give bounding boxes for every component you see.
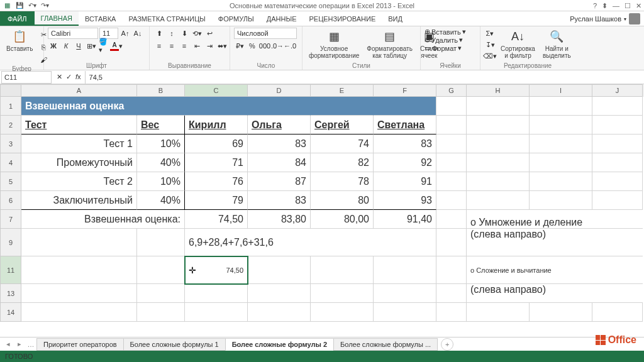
sheet-nav-next[interactable]: ▸ bbox=[14, 339, 25, 350]
paste-button[interactable]: 📋 Вставить bbox=[4, 28, 35, 53]
tab-page-layout[interactable]: РАЗМЕТКА СТРАНИЦЫ bbox=[122, 11, 211, 26]
cell-B6[interactable]: 40% bbox=[137, 191, 185, 210]
cell-F3[interactable]: 83 bbox=[374, 134, 436, 153]
cell-C6[interactable]: 79 bbox=[185, 191, 248, 210]
minimize-icon[interactable]: — bbox=[613, 2, 619, 9]
tab-file[interactable]: ФАЙЛ bbox=[0, 11, 35, 26]
cell-C5[interactable]: 76 bbox=[185, 172, 248, 191]
currency-icon[interactable]: ₽▾ bbox=[234, 40, 245, 52]
cell-C7[interactable]: 74,50 bbox=[185, 210, 248, 229]
wrap-text-icon[interactable]: ↩ bbox=[204, 28, 215, 39]
maximize-icon[interactable]: ☐ bbox=[625, 2, 631, 10]
sheet-tab[interactable]: Более сложные формулы 1 bbox=[123, 338, 226, 351]
row-1[interactable]: 1 bbox=[0, 97, 21, 116]
cell-A1[interactable]: Взвешенная оценка bbox=[21, 97, 137, 116]
cell-H7[interactable]: o Умножение и деление bbox=[467, 210, 643, 229]
cell-D4[interactable]: 84 bbox=[248, 153, 311, 172]
row-5[interactable]: 5 bbox=[0, 172, 21, 191]
percent-icon[interactable]: % bbox=[247, 40, 258, 52]
comma-icon[interactable]: 000 bbox=[259, 40, 270, 52]
cell-H13[interactable]: (слева направо) bbox=[467, 284, 643, 303]
insert-cells-button[interactable]: ⊕Вставить▾ bbox=[425, 28, 466, 36]
cell-E3[interactable]: 74 bbox=[311, 134, 374, 153]
border-icon[interactable]: ⊞▾ bbox=[86, 40, 97, 52]
row-4[interactable]: 4 bbox=[0, 153, 21, 172]
cell-H11[interactable]: o Сложение и вычитание bbox=[467, 256, 643, 284]
col-F[interactable]: F bbox=[374, 84, 436, 97]
cell-F7[interactable]: 91,40 bbox=[374, 210, 436, 229]
redo-icon[interactable]: ↷▾ bbox=[40, 1, 49, 10]
cell-B5[interactable]: 10% bbox=[137, 172, 185, 191]
col-H[interactable]: H bbox=[467, 84, 530, 97]
close-icon[interactable]: ✕ bbox=[636, 2, 641, 10]
cell-A5[interactable]: Тест 2 bbox=[21, 172, 137, 191]
cell-I2[interactable] bbox=[530, 116, 592, 134]
row-9[interactable]: 9 bbox=[0, 229, 21, 256]
align-top-icon[interactable]: ⬆ bbox=[153, 28, 165, 39]
merge-icon[interactable]: ⬌▾ bbox=[216, 40, 228, 52]
cell-D2[interactable]: Ольга bbox=[248, 116, 311, 134]
cell-C4[interactable]: 71 bbox=[185, 153, 248, 172]
cell-C3[interactable]: 69 bbox=[185, 134, 248, 153]
fill-icon[interactable]: ↧▾ bbox=[484, 39, 496, 50]
number-format-combo[interactable]: Числовой bbox=[234, 28, 297, 39]
cell-G2[interactable] bbox=[436, 116, 467, 134]
cell-E2[interactable]: Сергей bbox=[311, 116, 374, 134]
grow-font-icon[interactable]: A↑ bbox=[119, 28, 131, 39]
save-icon[interactable]: 💾 bbox=[15, 1, 24, 10]
cell-J1[interactable] bbox=[592, 97, 643, 116]
delete-cells-button[interactable]: ⊖Удалить▾ bbox=[425, 36, 463, 44]
row-13[interactable]: 13 bbox=[0, 284, 21, 303]
select-all-corner[interactable] bbox=[0, 84, 21, 97]
add-sheet-button[interactable]: + bbox=[441, 338, 453, 351]
sheet-nav-prev[interactable]: ◂ bbox=[3, 339, 14, 350]
ribbon-options-icon[interactable]: ⬍ bbox=[602, 2, 608, 10]
tab-formulas[interactable]: ФОРМУЛЫ bbox=[212, 11, 260, 26]
cell-A6[interactable]: Заключительный bbox=[21, 191, 137, 210]
user-account[interactable]: Руслан Шашков▾ bbox=[570, 11, 640, 26]
cell-B3[interactable]: 10% bbox=[137, 134, 185, 153]
row-6[interactable]: 6 bbox=[0, 191, 21, 210]
col-A[interactable]: A bbox=[21, 84, 137, 97]
col-I[interactable]: I bbox=[530, 84, 592, 97]
cell-C11[interactable]: ✛ 74,50 bbox=[185, 256, 248, 284]
cell-H2[interactable] bbox=[467, 116, 530, 134]
underline-icon[interactable]: Ч bbox=[73, 40, 84, 52]
worksheet-grid[interactable]: A B C D E F G H I J 1 2 3 4 5 6 7 9 11 1… bbox=[0, 84, 644, 323]
format-as-table-button[interactable]: ▤Форматировать как таблицу bbox=[364, 28, 415, 60]
cell-E4[interactable]: 82 bbox=[311, 153, 374, 172]
cell-H1[interactable] bbox=[467, 97, 530, 116]
find-select-button[interactable]: 🔍Найти и выделить bbox=[540, 28, 574, 60]
cell-F4[interactable]: 92 bbox=[374, 153, 436, 172]
autosum-icon[interactable]: Σ▾ bbox=[484, 28, 496, 39]
col-J[interactable]: J bbox=[592, 84, 643, 97]
cell-F2[interactable]: Светлана bbox=[374, 116, 436, 134]
row-14[interactable]: 14 bbox=[0, 303, 21, 322]
cell-B1[interactable] bbox=[137, 97, 185, 116]
font-name-combo[interactable]: Calibri bbox=[48, 28, 98, 39]
cell-C1[interactable] bbox=[185, 97, 248, 116]
help-icon[interactable]: ? bbox=[593, 2, 597, 9]
tab-home[interactable]: ГЛАВНАЯ bbox=[35, 11, 79, 26]
cells-area[interactable]: Взвешенная оценка Тест Вес Кирилл Ольга … bbox=[21, 97, 643, 323]
cancel-formula-icon[interactable]: ✕ bbox=[57, 73, 62, 81]
cell-F1[interactable] bbox=[374, 97, 436, 116]
conditional-format-button[interactable]: ▦Условное форматирование bbox=[306, 28, 362, 60]
cell-D5[interactable]: 87 bbox=[248, 172, 311, 191]
tab-data[interactable]: ДАННЫЕ bbox=[260, 11, 303, 26]
col-D[interactable]: D bbox=[248, 84, 311, 97]
cell-G1[interactable] bbox=[436, 97, 467, 116]
cell-F5[interactable]: 91 bbox=[374, 172, 436, 191]
italic-icon[interactable]: К bbox=[60, 40, 72, 52]
undo-icon[interactable]: ↶▾ bbox=[28, 1, 36, 10]
sheet-tab[interactable]: Приоритет операторов bbox=[36, 338, 124, 351]
formula-input[interactable]: 74,5 bbox=[85, 71, 644, 84]
tab-insert[interactable]: ВСТАВКА bbox=[79, 11, 122, 26]
cell-D3[interactable]: 83 bbox=[248, 134, 311, 153]
cell-E7[interactable]: 80,00 bbox=[311, 210, 374, 229]
enter-formula-icon[interactable]: ✓ bbox=[66, 73, 72, 81]
sort-filter-button[interactable]: A↓Сортировка и фильтр bbox=[498, 28, 538, 60]
cell-A3[interactable]: Тест 1 bbox=[21, 134, 137, 153]
cell-D1[interactable] bbox=[248, 97, 311, 116]
col-B[interactable]: B bbox=[137, 84, 185, 97]
